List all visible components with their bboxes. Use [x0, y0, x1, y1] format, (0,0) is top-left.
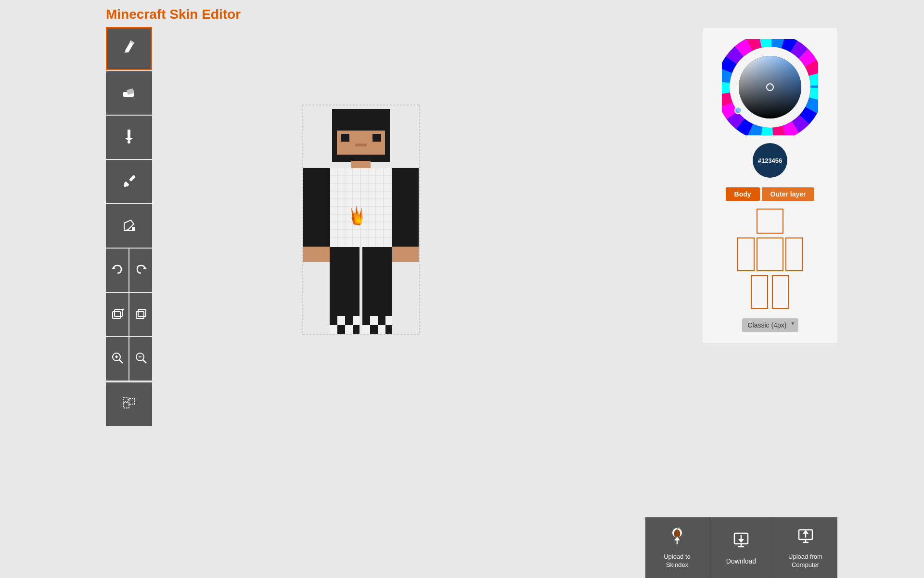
upload-skindex-icon [667, 526, 687, 549]
upload-computer-label: Upload fromComputer [788, 553, 822, 569]
svg-rect-40 [330, 168, 392, 248]
svg-rect-39 [351, 161, 371, 168]
download-label: Download [726, 557, 756, 565]
undo-button[interactable] [106, 249, 128, 292]
action-bar: Upload toSkindex Download [645, 517, 837, 578]
svg-rect-75 [385, 325, 392, 334]
svg-rect-16 [113, 312, 120, 318]
canvas-area [192, 27, 529, 460]
svg-rect-8 [129, 174, 136, 181]
zoom-out-button[interactable] [129, 337, 152, 381]
download-button[interactable]: Download [709, 517, 773, 578]
svg-text:-: - [144, 307, 147, 313]
redo-icon [134, 263, 148, 278]
svg-rect-60 [303, 168, 330, 248]
svg-rect-61 [303, 247, 330, 262]
skin-map-left-leg[interactable] [751, 275, 768, 309]
skin-map-right-arm[interactable] [785, 237, 803, 271]
pencil-icon [120, 39, 138, 59]
color-wheel-svg[interactable] [722, 39, 818, 135]
add-layer-icon: + [111, 307, 124, 323]
svg-rect-62 [392, 168, 419, 248]
svg-rect-13 [132, 227, 135, 231]
svg-line-25 [119, 360, 123, 363]
remove-layer-icon: - [134, 307, 148, 323]
skin-map-left-arm[interactable] [737, 237, 755, 271]
fill-tool-button[interactable] [106, 204, 152, 248]
svg-rect-63 [392, 247, 419, 262]
skin-preview[interactable] [289, 104, 433, 383]
zoom-controls-row [106, 337, 152, 381]
svg-rect-92 [739, 56, 801, 118]
eyedropper-icon [120, 172, 138, 192]
svg-rect-38 [355, 144, 367, 146]
svg-rect-73 [378, 316, 385, 325]
svg-rect-70 [353, 325, 359, 334]
svg-rect-37 [372, 134, 381, 142]
skin-map-body[interactable] [757, 237, 783, 271]
upload-computer-icon [796, 526, 815, 549]
skin-type-dropdown-wrapper: Classic (4px) Slim (3px) [742, 315, 798, 332]
pencil-tool-button[interactable] [106, 27, 152, 70]
selection-tool-button[interactable] [106, 382, 152, 426]
body-tab[interactable]: Body [726, 187, 760, 201]
svg-rect-74 [370, 325, 378, 334]
selection-icon [120, 394, 138, 414]
svg-rect-30 [129, 398, 135, 404]
svg-rect-36 [341, 134, 349, 142]
svg-rect-35 [332, 109, 390, 131]
wheel-cursor[interactable] [735, 107, 742, 114]
eraser-tool-button[interactable] [106, 71, 152, 115]
skin-map-head-row [757, 209, 783, 234]
download-icon [732, 530, 751, 553]
eraser-icon [120, 83, 138, 103]
undo-icon [111, 263, 124, 278]
stamp-tool-button[interactable] [106, 116, 152, 159]
redo-button[interactable] [129, 249, 152, 292]
skin-map-torso-row [737, 237, 803, 271]
svg-rect-29 [123, 402, 129, 408]
eyedropper-tool-button[interactable] [106, 160, 152, 203]
stamp-icon [120, 128, 138, 147]
svg-marker-95 [674, 537, 680, 540]
upload-computer-button[interactable]: Upload fromComputer [773, 517, 837, 578]
svg-rect-68 [345, 316, 353, 325]
undo-redo-row [106, 249, 152, 292]
svg-point-7 [128, 141, 130, 144]
svg-rect-31 [123, 397, 128, 401]
svg-rect-5 [128, 130, 130, 139]
fill-bucket-icon [120, 216, 138, 236]
zoom-in-button[interactable] [106, 337, 128, 381]
outer-layer-tab[interactable]: Outer layer [762, 187, 815, 201]
svg-rect-19 [136, 312, 144, 318]
page-title: Minecraft Skin Editor [106, 7, 241, 22]
color-panel: #123456 Body Outer layer Classic (4px) S… [703, 27, 837, 344]
svg-marker-99 [738, 539, 744, 543]
upload-skindex-label: Upload toSkindex [664, 553, 691, 569]
add-layer-button[interactable]: + [106, 293, 128, 336]
color-swatch[interactable]: #123456 [753, 143, 787, 178]
hex-value: #123456 [758, 157, 783, 164]
zoom-in-icon [111, 351, 124, 367]
svg-text:+: + [121, 307, 124, 313]
layer-tabs: Body Outer layer [726, 187, 815, 201]
svg-rect-67 [330, 316, 337, 325]
toolbar: + - [106, 27, 152, 427]
remove-layer-button[interactable]: - [129, 293, 152, 336]
svg-line-28 [143, 360, 146, 363]
zoom-out-icon [134, 351, 148, 367]
skin-map-head[interactable] [757, 209, 783, 234]
color-wheel-container[interactable] [722, 39, 818, 135]
skin-map-legs-row [751, 275, 789, 309]
svg-rect-72 [362, 316, 370, 325]
skin-map [737, 209, 803, 309]
layer-controls-row: + - [106, 293, 152, 336]
svg-rect-69 [337, 325, 345, 334]
svg-point-10 [124, 184, 127, 187]
skin-map-right-leg[interactable] [772, 275, 789, 309]
skin-type-dropdown[interactable]: Classic (4px) Slim (3px) [742, 318, 798, 332]
upload-skindex-button[interactable]: Upload toSkindex [645, 517, 709, 578]
